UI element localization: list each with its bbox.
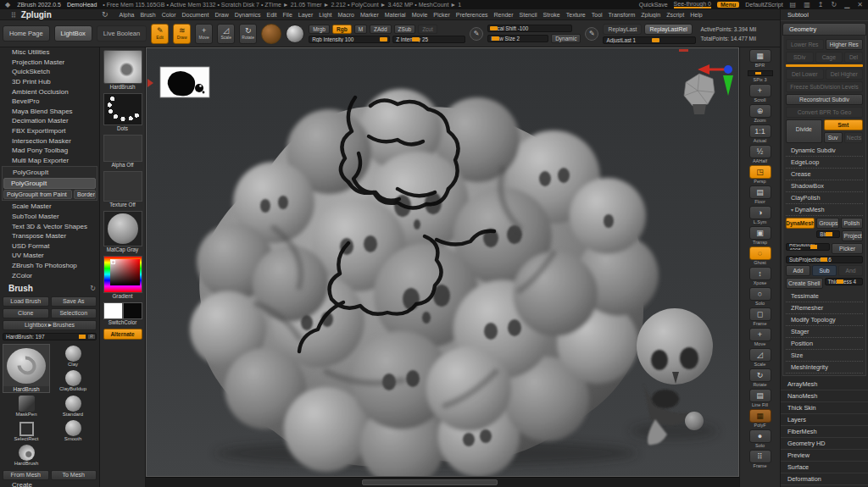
zplugin-item-ambient-occlusion[interactable]: Ambient Occlusion — [0, 86, 99, 97]
groups-toggle[interactable]: Groups — [816, 218, 838, 229]
save-as-button[interactable]: Save As — [51, 296, 97, 307]
smt-toggle[interactable]: Smt — [824, 119, 863, 130]
tool-section-deformation[interactable]: Deformation — [781, 473, 868, 485]
shelf-toggle-polyf[interactable]: ▦PolyF — [749, 409, 771, 429]
menu-zplugin[interactable]: Zplugin — [638, 12, 663, 18]
shelf-toggle-transp[interactable]: ▣Transp — [749, 226, 771, 246]
color-picker[interactable]: Gradient — [103, 256, 143, 300]
rgb-intensity-slider[interactable]: Rgb Intensity 100 — [309, 36, 390, 43]
close-icon[interactable]: ✕ — [856, 1, 864, 8]
secondary-color-swatch[interactable] — [123, 302, 142, 319]
from-mesh-button[interactable]: From Mesh — [3, 470, 49, 480]
adjust-last-slider[interactable]: AdjustLast 1 — [603, 36, 696, 44]
rotate-mode-button[interactable]: ↻ Rotate — [239, 24, 257, 44]
menu-help[interactable]: Help — [687, 12, 704, 18]
and-mode-button[interactable]: And — [838, 265, 863, 276]
del-button[interactable]: Del — [844, 52, 863, 63]
shelf-toggle-move[interactable]: +Move — [749, 328, 771, 347]
rgb-intensity-knob[interactable] — [380, 37, 387, 42]
quicksave-button[interactable]: QuickSave — [639, 2, 668, 8]
tool-section-layers[interactable]: Layers — [781, 414, 868, 426]
move-mode-button[interactable]: + Move — [195, 24, 213, 44]
zplugin-item-maya-blend-shapes[interactable]: Maya Blend Shapes — [0, 107, 99, 117]
del-higher-button[interactable]: Del Higher — [826, 69, 864, 80]
draw-mode-button[interactable]: ≋ Draw — [173, 24, 191, 44]
shelf-toggle-bpr[interactable]: ▦BPR — [749, 49, 771, 69]
lightbox-button[interactable]: LightBox — [54, 25, 92, 42]
alternate-button[interactable]: Alternate — [103, 329, 142, 340]
canvas-viewport[interactable] — [147, 48, 738, 476]
shelf-toggle-rotate[interactable]: ↻Rotate — [749, 368, 771, 388]
menu-alpha[interactable]: Alpha — [117, 12, 137, 18]
dynamesh-button[interactable]: DynaMesh — [786, 218, 815, 229]
draw-size-slider[interactable]: Draw Size 2 — [487, 35, 548, 42]
resolution-slider[interactable]: Resolution 4096 — [786, 243, 830, 251]
zplugin-item-subtool-master[interactable]: SubTool Master — [0, 212, 99, 222]
current-brush-selector[interactable]: HardBrush — [103, 50, 143, 91]
replay-last-button[interactable]: ReplayLast — [603, 24, 642, 35]
dynamesh-subsection-header[interactable]: DynaMesh — [786, 204, 863, 216]
subprojection-slider[interactable]: SubProjection 0.6 — [786, 256, 863, 263]
alpha-selector[interactable]: Alpha Off — [103, 135, 143, 169]
document-canvas[interactable] — [146, 47, 739, 477]
polish-toggle[interactable]: Polish — [841, 218, 863, 229]
menu-draw[interactable]: Draw — [212, 12, 231, 18]
shelf-toggle-aahalf[interactable]: ½AAHalf — [749, 145, 771, 164]
zplugin-item-usd-format[interactable]: USD Format — [0, 241, 99, 252]
menu-zscript[interactable]: Zscript — [664, 12, 687, 18]
brush-thumb-selectrect[interactable]: SelectRect — [3, 418, 50, 442]
replay-last-rel-button[interactable]: ReplayLastRel — [644, 24, 692, 35]
reconstruct-subdiv-button[interactable]: Reconstruct Subdiv — [786, 94, 863, 105]
geometry-subsection-size[interactable]: Size — [786, 350, 863, 362]
brush-slider-r-button[interactable]: R — [88, 335, 95, 339]
tool-section-nanomesh[interactable]: NanoMesh — [781, 390, 868, 402]
shelf-toggle-frame[interactable]: ⠿Frame — [749, 450, 771, 469]
brush-settings-icon[interactable]: ✎ — [470, 27, 483, 41]
brush-select-slider[interactable]: HardBrush: 197 R — [3, 333, 97, 340]
zplugin-item-zbrush-to-photoshop[interactable]: ZBrush To Photoshop — [0, 261, 99, 271]
freeze-subdivision-button[interactable]: Freeze SubDivision Levels — [786, 81, 863, 92]
menu-movie[interactable]: Movie — [409, 12, 431, 18]
geometry-subsection-zremesher[interactable]: ZRemesher — [786, 302, 863, 314]
zplugin-item-scale-master[interactable]: Scale Master — [0, 202, 99, 212]
create-shell-button[interactable]: Create Shell — [786, 278, 823, 289]
cage-button[interactable]: Cage — [815, 52, 843, 63]
geometry-subsection-crease[interactable]: Crease — [786, 169, 863, 180]
tool-section-arraymesh[interactable]: ArrayMesh — [781, 379, 868, 390]
menu-render[interactable]: Render — [492, 12, 516, 18]
z-intensity-knob[interactable] — [412, 37, 420, 42]
default-zscript-button[interactable]: DefaultZScript — [745, 2, 782, 8]
subtool-section[interactable]: Subtool — [781, 9, 868, 21]
shelf-toggle-floor[interactable]: ▤Floor — [749, 185, 771, 205]
del-lower-button[interactable]: Del Lower — [786, 69, 824, 80]
menu-transform[interactable]: Transform — [606, 12, 638, 18]
convert-bpr-button[interactable]: Convert BPR To Geo — [786, 107, 863, 118]
polygroupit-from-paint-button[interactable]: PolyGroupIt from Paint — [3, 190, 72, 199]
color-sv-square[interactable] — [103, 256, 142, 293]
geometry-subsection-tessimate[interactable]: Tessimate — [786, 291, 863, 302]
brush-slider-knob[interactable] — [79, 335, 86, 339]
zsub-button[interactable]: ZSub — [394, 25, 416, 34]
zplugin-item-intersection-masker[interactable]: Intersection Masker — [0, 136, 99, 146]
higher-res-button[interactable]: Higher Res — [826, 39, 864, 50]
zcut-button[interactable]: Zcut — [418, 25, 437, 34]
polygroupit-header[interactable]: PolyGroupIt — [3, 168, 96, 177]
add-mode-button[interactable]: Add — [786, 265, 810, 276]
thickness-slider[interactable]: Thickness 4 — [825, 278, 864, 285]
menu-color[interactable]: Color — [159, 12, 179, 18]
shelf-toggle-solo[interactable]: ●Solo — [749, 429, 771, 449]
brush-thumb-standard[interactable]: Standard — [51, 394, 95, 418]
live-boolean-button[interactable]: Live Boolean — [97, 25, 147, 42]
minimize-icon[interactable]: ▁ — [843, 1, 850, 8]
menu-texture[interactable]: Texture — [564, 12, 588, 18]
spix-slider[interactable] — [748, 70, 773, 76]
shelf-toggle-spix-3[interactable]: SPix 3 — [748, 69, 773, 83]
sculptris-pro-button[interactable] — [261, 24, 281, 44]
blur-slider[interactable]: Blur — [816, 230, 839, 238]
adjust-last-knob[interactable] — [652, 38, 659, 42]
zplugin-item-projection-master[interactable]: Projection Master — [0, 58, 99, 68]
brush-thumb-maskpen[interactable]: MaskPen — [3, 394, 50, 418]
brush-thumb-clay[interactable]: Clay — [51, 344, 95, 368]
refresh-icon[interactable]: ↻ — [830, 1, 837, 8]
divide-button[interactable]: Divide — [786, 119, 822, 143]
